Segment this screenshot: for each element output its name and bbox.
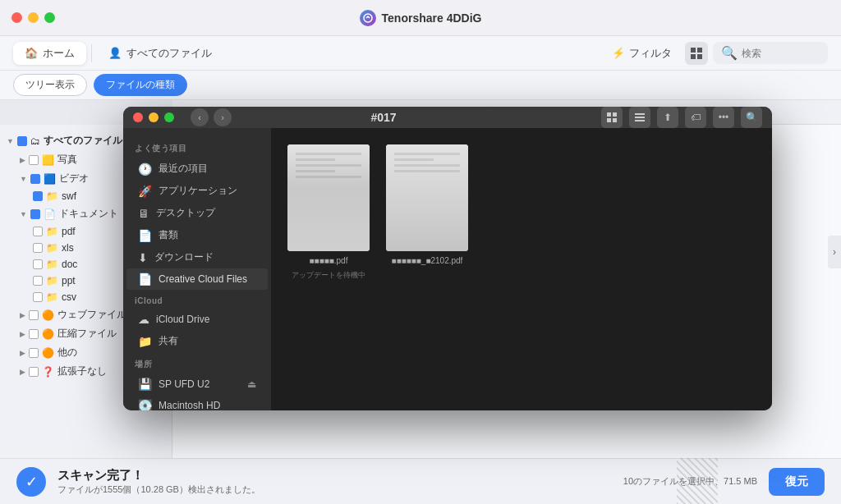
finder-more-button[interactable]: •••: [713, 107, 734, 128]
finder-recent-item[interactable]: 🕐 最近の項目: [126, 158, 268, 180]
search-icon: 🔍: [721, 45, 738, 61]
svg-rect-4: [697, 54, 702, 59]
home-icon: 🏠: [25, 47, 38, 59]
svg-point-0: [364, 14, 372, 22]
finder-icloud-drive-item[interactable]: ☁ iCloud Drive: [126, 309, 268, 330]
checkbox-pdf[interactable]: [33, 227, 43, 236]
all-files-icon: 👤: [108, 47, 122, 59]
locations-label: 場所: [123, 352, 271, 373]
folder-icon: 🗂: [30, 135, 40, 147]
checkbox-other[interactable]: [29, 348, 39, 358]
app-title: Tenorshare 4DDiG: [360, 10, 482, 26]
scan-detail-label: ファイルが1555個（10.28 GB）検出されました。: [57, 483, 260, 496]
checkbox-web[interactable]: [29, 310, 39, 320]
finder-tag-button[interactable]: 🏷: [685, 107, 706, 128]
svg-rect-3: [691, 54, 696, 59]
filter-icon: ⚡: [612, 47, 625, 59]
finder-apps-item[interactable]: 🚀 アプリケーション: [126, 180, 268, 202]
checkbox-ppt[interactable]: [33, 276, 43, 286]
sub-toolbar: ツリー表示 ファイルの種類: [0, 71, 841, 100]
grid-view-button[interactable]: [685, 42, 708, 65]
noise-decoration: [677, 458, 718, 504]
checkbox-all[interactable]: [17, 136, 27, 146]
finder-title: #017: [172, 111, 595, 124]
finder-grid-button[interactable]: [601, 107, 623, 128]
docs-icon: 📄: [138, 229, 152, 242]
finder-spufd-item[interactable]: 💾 SP UFD U2 ⏏: [126, 373, 268, 395]
finder-close-button[interactable]: [133, 112, 143, 122]
home-button[interactable]: 🏠 ホーム: [13, 42, 86, 65]
close-button[interactable]: [11, 12, 22, 23]
finder-window-controls[interactable]: [133, 112, 174, 122]
minimize-button[interactable]: [28, 12, 39, 23]
finder-downloads-item[interactable]: ⬇ ダウンロード: [126, 246, 268, 268]
top-nav: 🏠 ホーム 👤 すべてのファイル ⚡ フィルタ 🔍: [0, 36, 841, 71]
macintosh-icon: 💽: [138, 399, 152, 410]
checkbox-doc[interactable]: [33, 259, 43, 269]
file-thumbnail-2: [386, 144, 468, 251]
right-collapse-tab[interactable]: ›: [828, 236, 841, 268]
finder-file-content: ■■■■■.pdf アップデートを待機中 ■■■■■■_■2102.pdf: [271, 128, 772, 410]
checkbox-csv[interactable]: [33, 292, 43, 302]
shared-icon: 📁: [138, 335, 152, 348]
finder-share-button[interactable]: ⬆: [657, 107, 678, 128]
svg-rect-1: [691, 48, 696, 53]
finder-minimize-button[interactable]: [149, 112, 159, 122]
finder-titlebar: ‹ › #017 ⬆ 🏷 ••• 🔍: [123, 107, 772, 128]
title-bar: Tenorshare 4DDiG: [0, 0, 841, 36]
all-files-button[interactable]: 👤 すべてのファイル: [97, 42, 223, 65]
finder-desktop-item[interactable]: 🖥 デスクトップ: [126, 202, 268, 224]
svg-rect-2: [697, 48, 702, 53]
nav-separator: [91, 44, 92, 62]
finder-sidebar: よく使う項目 🕐 最近の項目 🚀 アプリケーション 🖥 デスクトップ 📄 書類 …: [123, 128, 271, 410]
recover-button[interactable]: 復元: [769, 468, 825, 496]
finder-list-button[interactable]: [629, 107, 650, 128]
finder-macintosh-item[interactable]: 💽 Macintosh HD: [126, 395, 268, 410]
downloads-icon: ⬇: [138, 251, 148, 264]
file-item-1[interactable]: ■■■■■.pdf アップデートを待機中: [287, 144, 370, 281]
scan-complete-label: スキャン完了！: [57, 468, 260, 483]
file-thumbnail-1: [287, 144, 370, 251]
maximize-button[interactable]: [44, 12, 55, 23]
finder-docs-item[interactable]: 📄 書類: [126, 224, 268, 246]
filter-button[interactable]: ⚡ フィルタ: [604, 42, 680, 65]
svg-rect-5: [607, 112, 611, 117]
file-item-2[interactable]: ■■■■■■_■2102.pdf: [386, 144, 468, 270]
checkbox-no-ext[interactable]: [29, 367, 39, 377]
tree-view-button[interactable]: ツリー表示: [13, 74, 87, 96]
file-name-1: ■■■■■.pdf: [310, 256, 348, 265]
checkbox-swf[interactable]: [33, 191, 43, 201]
checkbox-photos[interactable]: [29, 155, 39, 165]
checkbox-video[interactable]: [30, 174, 40, 184]
app-logo: [360, 10, 376, 26]
desktop-icon: 🖥: [138, 207, 149, 220]
file-name-2: ■■■■■■_■2102.pdf: [392, 256, 463, 265]
window-controls[interactable]: [11, 12, 55, 23]
search-box[interactable]: 🔍: [713, 42, 828, 64]
favorites-label: よく使う項目: [123, 136, 271, 158]
spufd-icon: 💾: [138, 378, 152, 391]
apps-icon: 🚀: [138, 185, 152, 198]
checkbox-compressed[interactable]: [29, 329, 39, 339]
checkbox-docs[interactable]: [30, 209, 40, 219]
recent-icon: 🕐: [138, 163, 152, 176]
checkbox-xls[interactable]: [33, 243, 43, 253]
file-status-1: アップデートを待機中: [292, 270, 365, 281]
svg-rect-9: [635, 113, 645, 115]
status-bar: ✓ スキャン完了！ ファイルが1555個（10.28 GB）検出されました。 1…: [0, 458, 841, 504]
finder-search-button[interactable]: 🔍: [741, 107, 762, 128]
icloud-label: iCloud: [123, 290, 271, 309]
scan-text: スキャン完了！ ファイルが1555個（10.28 GB）検出されました。: [57, 468, 260, 496]
finder-toolbar-right: ⬆ 🏷 ••• 🔍: [601, 107, 762, 128]
file-type-button[interactable]: ファイルの種類: [94, 74, 187, 96]
icloud-drive-icon: ☁: [138, 313, 149, 326]
scan-done-icon: ✓: [16, 467, 46, 497]
creative-cloud-icon: 📄: [138, 273, 152, 286]
search-input[interactable]: [742, 48, 824, 59]
finder-body: よく使う項目 🕐 最近の項目 🚀 アプリケーション 🖥 デスクトップ 📄 書類 …: [123, 128, 772, 410]
finder-shared-item[interactable]: 📁 共有: [126, 330, 268, 352]
svg-rect-8: [613, 118, 617, 122]
svg-rect-10: [635, 117, 645, 118]
finder-window: ‹ › #017 ⬆ 🏷 ••• 🔍: [123, 107, 772, 410]
finder-creative-cloud-item[interactable]: 📄 Creative Cloud Files: [126, 268, 268, 290]
